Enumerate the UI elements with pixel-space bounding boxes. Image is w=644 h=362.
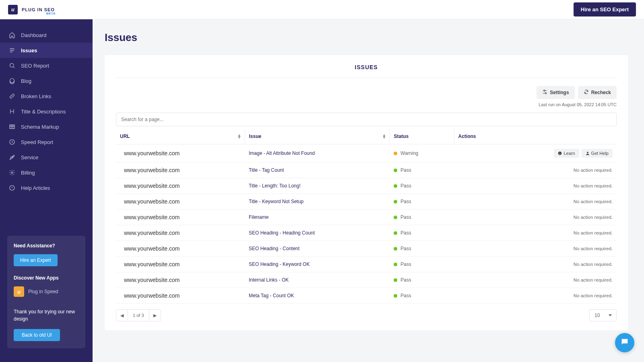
status-cell: Pass [390,225,454,241]
sidebar-item-billing[interactable]: Billing [0,165,93,180]
svg-point-7 [587,152,588,153]
url-cell: www.yourwebsite.com [116,162,245,178]
nav-label: Speed Report [21,139,53,145]
issue-cell[interactable]: Meta Tag - Count OK [245,288,390,304]
status-dot-icon [394,152,397,155]
col-issue[interactable]: Issue ▲▼ [245,129,390,144]
col-url[interactable]: URL ▲▼ [116,129,245,144]
hire-expert-button[interactable]: Hire an SEO Expert [574,2,636,16]
table-row: www.yourwebsite.comTitle - Keyword Not S… [116,194,617,210]
nav-icon [9,93,15,99]
recheck-button[interactable]: Recheck [578,86,617,99]
status-cell: Pass [390,272,454,288]
table-row: www.yourwebsite.comSEO Heading - Keyword… [116,257,617,272]
sidebar-item-seo-report[interactable]: SEO Report [0,58,93,73]
learn-button[interactable]: iLearn [554,149,579,158]
issue-cell[interactable]: SEO Heading - Keyword OK [245,257,390,272]
table-row: www.yourwebsite.comImage - Alt Attribute… [116,144,617,162]
url-cell: www.yourwebsite.com [116,257,245,272]
issue-cell[interactable]: Internal Links - OK [245,272,390,288]
status-cell: Pass [390,194,454,210]
logo[interactable]: u PLUG IN SEO BETA [8,5,55,14]
sidebar-item-speed-report[interactable]: Speed Report [0,134,93,150]
table-row: www.yourwebsite.comFilenamePassNo action… [116,210,617,225]
table-row: www.yourwebsite.comMeta Tag - Count OKPa… [116,288,617,304]
sidebar-item-dashboard[interactable]: Dashboard [0,27,93,43]
app-label: Plug in Speed [28,289,58,294]
nav-icon [9,139,15,145]
nav-label: Billing [21,170,35,176]
sidebar-item-schema-markup[interactable]: Schema Markup [0,119,93,134]
sidebar-item-broken-links[interactable]: Broken Links [0,88,93,104]
sidebar-item-blog[interactable]: Blog [0,73,93,88]
url-cell: www.yourwebsite.com [116,288,245,304]
nav-label: Title & Descriptions [21,109,66,115]
issue-cell[interactable]: Title - Tag Count [245,162,390,178]
chevron-right-icon: ▶ [153,313,157,318]
status-cell: Pass [390,162,454,178]
toolbar: Settings Recheck [116,86,617,99]
table-footer: ◀ 1 of 3 ▶ 10 [116,309,617,321]
discover-title: Discover New Apps [14,275,79,281]
beta-badge: BETA [46,12,56,15]
url-cell: www.yourwebsite.com [116,272,245,288]
sort-icon: ▲▼ [237,134,242,139]
chat-icon [620,337,629,348]
issue-cell[interactable]: SEO Heading - Content [245,241,390,257]
card-title: ISSUES [116,64,617,78]
issue-cell[interactable]: Title - Length: Too Long! [245,178,390,194]
status-cell: Pass [390,288,454,304]
table-row: www.yourwebsite.comTitle - Tag CountPass… [116,162,617,178]
nav-icon [9,185,15,191]
url-cell: www.yourwebsite.com [116,225,245,241]
app-icon: u [14,286,24,297]
table-row: www.yourwebsite.comSEO Heading - Heading… [116,225,617,241]
logo-badge: u [8,5,18,14]
prev-page-button[interactable]: ◀ [116,309,128,321]
actions-cell: No action required. [454,272,617,288]
nav-icon [9,169,15,176]
table-row: www.yourwebsite.comTitle - Length: Too L… [116,178,617,194]
nav-list: DashboardIssuesSEO ReportBlogBroken Link… [0,27,93,195]
issues-card: ISSUES Settings Recheck Last run on Augu… [105,55,628,330]
status-dot-icon [394,231,397,235]
nav-icon [9,62,15,69]
hire-expert-sidebar-button[interactable]: Hire an Expert [14,254,58,266]
status-dot-icon [394,247,397,251]
sidebar-item-help-articles[interactable]: Help Articles [0,180,93,195]
status-dot-icon [394,184,397,188]
nav-icon [9,123,15,130]
page-info: 1 of 3 [128,309,149,321]
nav-icon [9,154,15,160]
topbar: u PLUG IN SEO BETA Hire an SEO Expert [0,0,644,19]
status-cell: Warning [390,144,454,162]
issue-cell[interactable]: Title - Keyword Not Setup [245,194,390,210]
next-page-button[interactable]: ▶ [149,309,161,321]
col-actions: Actions [454,129,617,144]
status-dot-icon [394,294,397,298]
page-size-select[interactable]: 10 [589,309,617,321]
sidebar-item-issues[interactable]: Issues [0,43,93,58]
status-dot-icon [394,200,397,204]
sidebar-item-title-descriptions[interactable]: Title & Descriptions [0,104,93,119]
nav-icon [9,78,15,84]
chat-fab[interactable] [615,333,634,352]
status-cell: Pass [390,210,454,225]
status-dot-icon [394,216,397,219]
sidebar-item-service[interactable]: Service [0,150,93,165]
back-to-old-ui-button[interactable]: Back to old UI [14,329,60,341]
actions-cell: No action required. [454,241,617,257]
url-cell: www.yourwebsite.com [116,241,245,257]
nav-label: Broken Links [21,93,51,99]
settings-button[interactable]: Settings [537,86,574,99]
issue-cell[interactable]: Image - Alt Attribute Not Found [245,144,390,162]
nav-icon [9,32,15,38]
get-help-button[interactable]: Get Help [582,149,613,158]
app-plug-in-speed[interactable]: u Plug in Speed [14,286,79,297]
issue-cell[interactable]: Filename [245,210,390,225]
actions-cell: No action required. [454,210,617,225]
search-input[interactable] [116,113,617,126]
issue-cell[interactable]: SEO Heading - Heading Count [245,225,390,241]
actions-cell: No action required. [454,225,617,241]
status-dot-icon [394,263,397,266]
